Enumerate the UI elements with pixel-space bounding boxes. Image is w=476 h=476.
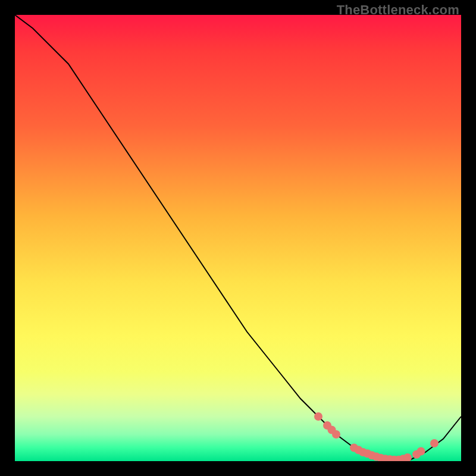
stage: TheBottleneck.com bbox=[0, 0, 476, 476]
bottleneck-curve bbox=[15, 15, 461, 461]
plot-area bbox=[15, 15, 461, 461]
curve-marker bbox=[430, 439, 439, 447]
curve-marker bbox=[314, 412, 322, 421]
chart-svg bbox=[15, 15, 461, 461]
curve-marker bbox=[332, 430, 340, 439]
marker-group bbox=[314, 412, 439, 461]
curve-marker bbox=[417, 447, 425, 456]
curve-marker bbox=[403, 453, 412, 461]
